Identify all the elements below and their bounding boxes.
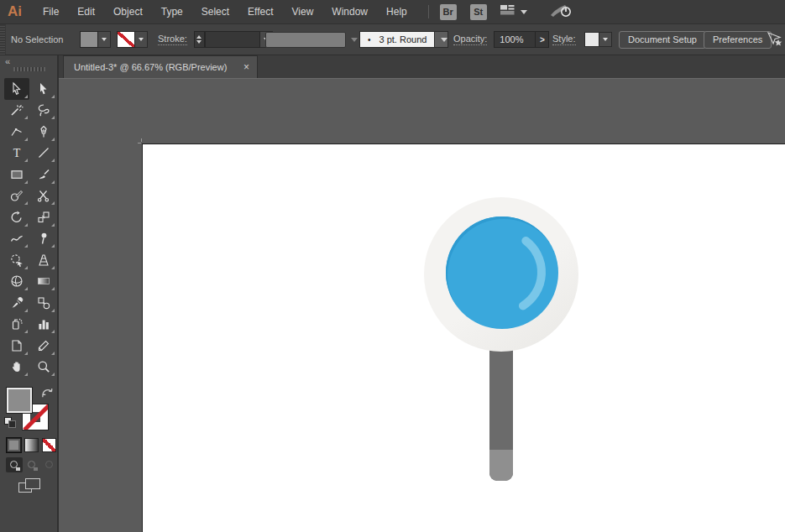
drawing-modes-row	[6, 457, 58, 472]
tool-symbol-sprayer[interactable]	[4, 314, 29, 336]
stroke-label[interactable]: Stroke:	[158, 34, 187, 45]
symbol-sprayer-icon	[9, 316, 24, 331]
illustrator-window: Ai FileEditObjectTypeSelectEffectViewWin…	[0, 0, 785, 532]
menu-item-window[interactable]: Window	[322, 6, 377, 18]
tool-lasso[interactable]	[31, 100, 56, 122]
workspace-layout-icon	[500, 4, 515, 19]
panel-grip[interactable]	[0, 24, 6, 55]
opacity-expander[interactable]: >	[536, 31, 549, 48]
magnifier-handle-shape[interactable]	[489, 343, 513, 481]
style-dropdown-arrow[interactable]	[599, 32, 612, 47]
width-profile-dropdown[interactable]	[265, 32, 346, 48]
draw-normal-button[interactable]	[6, 457, 23, 472]
style-swatch[interactable]	[584, 32, 599, 47]
document-setup-button[interactable]: Document Setup	[619, 31, 706, 49]
tool-zoom[interactable]	[31, 357, 56, 378]
tool-gradient[interactable]	[31, 271, 56, 293]
preferences-button[interactable]: Preferences	[704, 31, 772, 49]
workspace-switcher[interactable]	[500, 4, 527, 19]
tool-direct-selection[interactable]	[31, 78, 56, 100]
tool-shaper[interactable]	[4, 185, 29, 207]
menu-item-effect[interactable]: Effect	[238, 6, 282, 18]
magnifier-highlight-arc[interactable]	[446, 216, 558, 329]
selection-status: No Selection	[11, 24, 63, 55]
document-tab[interactable]: Untitled-3* @ 66.67% (RGB/Preview) ×	[63, 55, 258, 78]
bridge-button[interactable]: Br	[440, 4, 457, 20]
app-logo: Ai	[8, 3, 22, 20]
tab-close-icon[interactable]: ×	[243, 62, 249, 72]
menu-item-view[interactable]: View	[283, 6, 323, 18]
fill-dropdown-arrow[interactable]	[98, 31, 111, 48]
swap-fill-stroke-icon[interactable]	[40, 386, 55, 398]
tool-width[interactable]	[4, 228, 29, 250]
paintbrush-icon	[36, 167, 51, 182]
tool-rectangle[interactable]	[4, 164, 29, 185]
draw-behind-button[interactable]	[24, 457, 40, 472]
brush-field[interactable]: • 3 pt. Round	[359, 31, 435, 48]
tool-magic-wand[interactable]	[4, 100, 29, 122]
brush-definition-dropdown[interactable]: • 3 pt. Round	[359, 24, 448, 55]
opacity-group: Opacity: 100% >	[453, 24, 549, 55]
tool-mesh[interactable]	[4, 271, 29, 293]
canvas[interactable]	[59, 79, 785, 532]
magic-wand-icon	[9, 102, 24, 117]
line-segment-icon	[36, 145, 51, 160]
tool-pen[interactable]	[31, 121, 56, 143]
stroke-dropdown-arrow[interactable]	[135, 31, 148, 48]
draw-inside-button[interactable]	[41, 457, 58, 472]
brush-preview-dot: •	[368, 35, 371, 44]
mesh-icon	[9, 274, 24, 289]
tool-puppet-warp[interactable]	[31, 228, 56, 250]
opacity-input[interactable]: 100%	[494, 31, 536, 48]
menu-item-file[interactable]: File	[34, 6, 68, 18]
stock-button[interactable]: St	[470, 4, 487, 20]
fill-color-dropdown[interactable]	[80, 24, 111, 55]
brush-dropdown-arrow[interactable]	[435, 31, 448, 48]
gradient-button[interactable]	[24, 438, 39, 452]
tool-rotate[interactable]	[4, 206, 29, 228]
tool-perspective-grid[interactable]	[31, 249, 56, 271]
tool-shape-builder[interactable]	[4, 249, 29, 271]
menu-item-select[interactable]: Select	[192, 6, 238, 18]
stroke-weight-stepper[interactable]	[194, 31, 205, 48]
tool-selection[interactable]	[4, 78, 29, 100]
tool-scale[interactable]	[31, 206, 56, 228]
menu-item-object[interactable]: Object	[104, 6, 152, 18]
tools-panel-grip[interactable]	[13, 67, 45, 71]
chevron-down-icon	[603, 38, 608, 41]
direct-selection-icon	[36, 81, 51, 96]
curvature-icon	[9, 124, 24, 139]
stroke-weight-field[interactable]	[205, 31, 260, 48]
tool-paintbrush[interactable]	[31, 164, 56, 185]
tool-line-segment[interactable]	[31, 143, 56, 164]
tool-blend[interactable]	[31, 292, 56, 314]
stroke-none-swatch[interactable]	[117, 31, 135, 48]
default-fill-stroke-icon[interactable]	[4, 417, 16, 428]
power-brush-icon[interactable]	[549, 2, 573, 22]
scale-icon	[36, 210, 51, 225]
tool-artboard[interactable]	[4, 335, 29, 357]
collapse-panel-button[interactable]: «	[5, 56, 9, 66]
tool-eyedropper[interactable]	[4, 292, 29, 314]
stroke-color-dropdown[interactable]	[117, 24, 148, 55]
tool-column-graph[interactable]	[31, 314, 56, 336]
none-button[interactable]	[42, 438, 56, 452]
tool-curvature[interactable]	[4, 121, 29, 143]
menu-item-help[interactable]: Help	[377, 6, 416, 18]
tool-type[interactable]: T	[4, 143, 29, 164]
tool-slice[interactable]	[31, 335, 56, 357]
chevron-down-icon	[521, 10, 527, 14]
select-similar-group[interactable]	[766, 24, 785, 55]
opacity-label[interactable]: Opacity:	[453, 34, 487, 45]
fill-swatch[interactable]	[80, 31, 98, 48]
menu-item-type[interactable]: Type	[152, 6, 192, 18]
tool-scissors[interactable]	[31, 185, 56, 207]
preferences: Preferences	[704, 24, 772, 55]
tool-hand[interactable]	[4, 357, 29, 378]
menu-item-edit[interactable]: Edit	[68, 6, 104, 18]
color-button[interactable]	[7, 438, 21, 452]
style-label[interactable]: Style:	[552, 34, 576, 45]
document-title: Untitled-3* @ 66.67% (RGB/Preview)	[74, 62, 227, 72]
change-screen-mode-icon[interactable]	[18, 478, 42, 495]
fill-color-indicator[interactable]	[7, 388, 32, 413]
